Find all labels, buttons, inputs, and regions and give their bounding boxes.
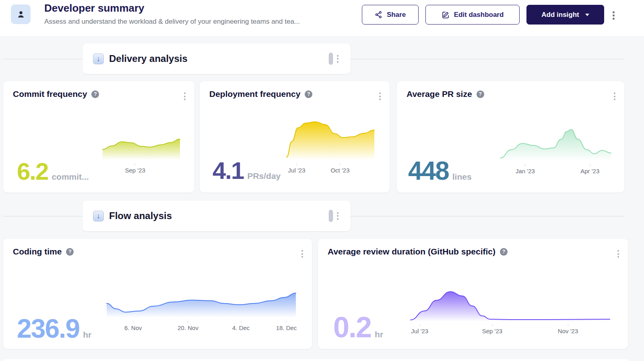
card-menu-kebab-icon[interactable] (614, 248, 622, 260)
metric: 448 lines (408, 158, 472, 184)
add-insight-button[interactable]: Add insight (526, 5, 604, 25)
x-axis: Jan '23 Apr '23 (500, 164, 611, 176)
axis-tick: Oct '23 (330, 163, 349, 174)
down-arrow-emoji (93, 211, 104, 222)
share-button[interactable]: Share (362, 5, 419, 25)
x-axis: Jul '23 Sep '23 Nov '23 (411, 324, 610, 336)
metric-value: 0.2 (333, 313, 371, 342)
header-menu-kebab-icon[interactable] (609, 9, 618, 22)
sparkline-chart (411, 286, 610, 322)
metric-value: 4.1 (213, 159, 244, 183)
x-axis: Sep '23 (103, 163, 180, 175)
axis-tick: Sep '23 (482, 324, 502, 334)
edit-icon (442, 11, 450, 19)
axis-tick: 4. Dec (232, 321, 250, 331)
x-axis: 6. Nov 20. Nov 4. Dec 18. Dec (107, 321, 296, 333)
section-actions (329, 53, 342, 65)
sparkline-chart (500, 124, 611, 161)
help-icon[interactable] (500, 248, 508, 256)
axis-tick: Jul '23 (288, 163, 305, 174)
section-title: Delivery analysis (109, 53, 188, 64)
help-icon[interactable] (91, 90, 99, 98)
page-title: Developer summary (44, 2, 144, 14)
section-delivery-analysis: Delivery analysis (0, 43, 644, 74)
axis-tick: 6. Nov (124, 321, 142, 331)
down-arrow-emoji (93, 53, 104, 64)
card-title: Deployment frequency (209, 89, 300, 99)
metric-value: 6.2 (17, 160, 48, 184)
metric: 0.2 hr (333, 313, 383, 342)
section-menu-kebab-icon[interactable] (334, 53, 342, 65)
axis-tick: Jan '23 (516, 164, 535, 174)
dashboard-avatar (11, 4, 31, 24)
axis-tick: Apr '23 (580, 164, 599, 174)
card-menu-kebab-icon[interactable] (298, 248, 306, 260)
section-flow-analysis: Flow analysis (0, 201, 644, 231)
metric: 4.1 PRs/day (213, 159, 281, 183)
metric-unit: commit... (52, 172, 89, 182)
metric-unit: lines (452, 172, 472, 182)
drag-handle[interactable] (329, 210, 333, 222)
help-icon[interactable] (477, 90, 484, 98)
section-title: Flow analysis (109, 210, 172, 222)
metric: 236.9 hr (17, 315, 91, 342)
card-title: Coding time (13, 247, 62, 256)
person-icon (16, 9, 26, 20)
axis-tick: 20. Nov (178, 321, 198, 331)
card-menu-kebab-icon[interactable] (376, 90, 384, 103)
card-average-pr-size: Average PR size 448 lines Jan '23 Apr '2… (397, 81, 624, 193)
card-menu-kebab-icon[interactable] (611, 90, 619, 103)
metric-unit: hr (375, 330, 383, 339)
axis-tick: Nov '23 (558, 324, 578, 334)
help-icon[interactable] (66, 248, 74, 256)
share-icon (375, 11, 382, 18)
header-bar: Developer summary Assess and understand … (0, 0, 644, 37)
metric: 6.2 commit... (17, 160, 89, 184)
card-coding-time: Coding time 236.9 hr 6. Nov 20. Nov 4. D… (3, 239, 312, 349)
add-insight-label: Add insight (541, 11, 579, 19)
sparkline-chart (287, 118, 374, 160)
card-title: Average review duration (GitHub specific… (328, 247, 495, 256)
chevron-down-icon (585, 14, 589, 16)
card-deployment-frequency: Deployment frequency 4.1 PRs/day Jul '23… (200, 81, 390, 193)
card-title: Commit frequency (13, 89, 87, 99)
card-header: Average PR size (407, 89, 484, 99)
edit-dashboard-button[interactable]: Edit dashboard (425, 5, 520, 25)
section-actions (329, 210, 342, 222)
sparkline-chart (103, 136, 180, 160)
metric-unit: PRs/day (247, 171, 281, 181)
share-button-label: Share (387, 11, 406, 19)
developer-summary-dashboard: Developer summary Assess and understand … (0, 0, 644, 361)
next-row-card-edge (3, 359, 628, 361)
card-average-review-duration: Average review duration (GitHub specific… (318, 239, 628, 349)
page-subtitle: Assess and understand the workload & del… (44, 18, 300, 26)
axis-tick: Jul '23 (411, 324, 428, 334)
axis-tick: 18. Dec (276, 321, 297, 331)
edit-dashboard-label: Edit dashboard (454, 11, 504, 19)
card-header: Coding time (13, 247, 74, 256)
x-axis: Jul '23 Oct '23 (287, 163, 374, 175)
card-menu-kebab-icon[interactable] (181, 90, 189, 103)
card-header: Commit frequency (13, 89, 99, 99)
section-header-card: Flow analysis (83, 201, 351, 231)
axis-tick: Sep '23 (125, 163, 145, 174)
section-menu-kebab-icon[interactable] (334, 210, 342, 222)
metric-value: 448 (408, 158, 449, 184)
drag-handle[interactable] (329, 53, 333, 65)
card-title: Average PR size (407, 89, 472, 99)
metric-value: 236.9 (17, 315, 79, 342)
card-commit-frequency: Commit frequency 6.2 commit... Sep '23 (3, 81, 194, 193)
help-icon[interactable] (305, 90, 312, 98)
card-header: Average review duration (GitHub specific… (328, 247, 508, 256)
section-header-card: Delivery analysis (83, 43, 351, 74)
card-header: Deployment frequency (209, 89, 312, 99)
sparkline-chart (107, 289, 296, 318)
metric-unit: hr (83, 330, 91, 340)
